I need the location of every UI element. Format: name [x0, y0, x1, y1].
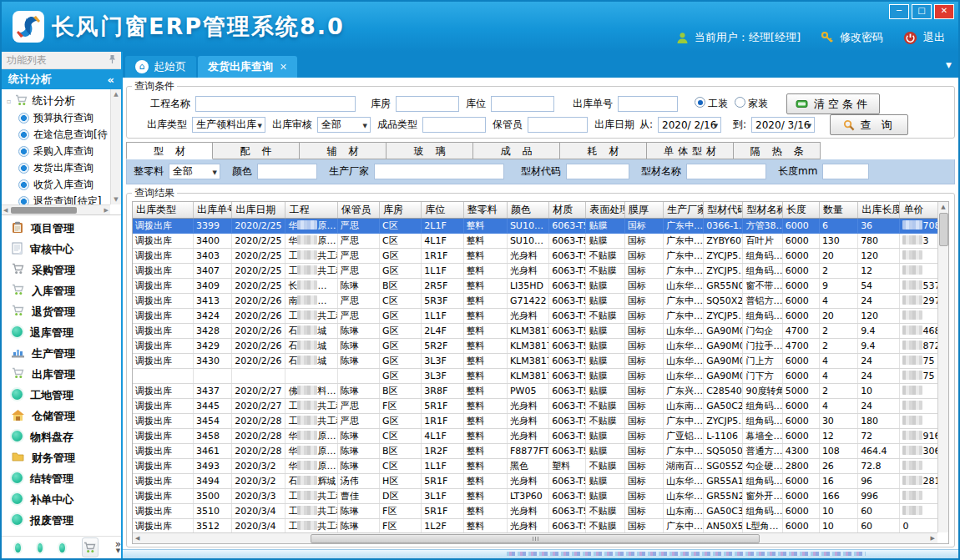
more-modules-button[interactable]: »▼ — [115, 541, 121, 554]
out-type-select[interactable]: 生产领料出库 — [192, 117, 265, 133]
tree-item[interactable]: 在途信息查询[待 — [7, 126, 121, 143]
sidebar-menu-item[interactable]: 报废管理 — [2, 510, 121, 531]
maximize-button[interactable]: □ — [912, 4, 932, 19]
sidebar-menu-item[interactable]: 审核中心 — [2, 239, 121, 260]
sidebar-menu-item[interactable]: 工地管理 — [2, 385, 121, 406]
search-button[interactable]: 查 询 — [830, 114, 908, 135]
table-row[interactable]: 调拨出库35002020/3/3工共工程曹佳D区3L1F整料LT3P606063… — [133, 489, 937, 504]
material-tab[interactable]: 型材 — [126, 142, 213, 159]
sidebar-menu-item[interactable]: 退货管理 — [2, 301, 121, 322]
keeper-input[interactable] — [528, 117, 588, 133]
close-button[interactable]: ✕ — [934, 4, 954, 19]
table-row[interactable]: 调拨出库34452020/2/27工共工程严思F区5R1F整料光身料6063-T… — [133, 399, 937, 414]
table-row[interactable]: 调拨出库34302020/2/26石城陈琳G区3L3F整料KLM38176063… — [133, 354, 937, 369]
table-row[interactable]: 调拨出库34032020/2/25工共工程严思G区1R1F整料光身料6063-T… — [133, 249, 937, 264]
module-dot-icon[interactable] — [59, 543, 65, 552]
material-tab[interactable]: 单体型材 — [647, 142, 734, 159]
radio-jiazhuang[interactable] — [735, 97, 745, 108]
cart-module-button[interactable] — [82, 537, 99, 557]
sidebar-section-header[interactable]: 统计分析 « — [2, 69, 121, 89]
column-header[interactable]: 型材代码 — [704, 202, 743, 219]
scrollbar-thumb[interactable] — [939, 213, 948, 246]
table-row[interactable]: 调拨出库35122020/3/4工共工程陈琳F区1L2F整料光身料6063-T5… — [133, 519, 937, 533]
column-header[interactable]: 出库长度 — [858, 202, 900, 219]
sidebar-menu-item[interactable]: 结转管理 — [2, 468, 121, 489]
table-row[interactable]: 调拨出库33992020/2/25华原…严思C区2L1F整料SU10…6063-… — [133, 219, 937, 234]
product-type-input[interactable] — [422, 117, 486, 133]
table-row[interactable]: 调拨出库34072020/2/25工共工程严思G区1L1F整料光身料6063-T… — [133, 264, 937, 279]
column-header[interactable]: 出库类型 — [133, 202, 193, 219]
sidebar-menu-item[interactable]: 项目管理 — [2, 218, 121, 239]
column-header[interactable]: 颜色 — [507, 202, 548, 219]
column-header[interactable]: 工程 — [285, 202, 337, 219]
material-tab[interactable]: 辅材 — [300, 142, 387, 159]
table-row[interactable]: 调拨出库34542020/2/28工共工程严思G区1R1F整料光身料6063-T… — [133, 414, 937, 429]
change-password-link[interactable]: 修改密码 — [840, 30, 883, 45]
pin-icon[interactable] — [109, 54, 116, 67]
table-row[interactable]: 调拨出库34932020/3/2华原…陈琳C区1L1F整料黑色塑料不贴膜国标湖南… — [133, 459, 937, 474]
sidebar-menu-item[interactable]: 生产管理 — [2, 343, 121, 364]
tree-item[interactable]: 采购入库查询 — [7, 143, 121, 159]
expander-icon[interactable]: ▫ — [7, 98, 11, 105]
location-input[interactable] — [491, 96, 554, 112]
table-row[interactable]: 调拨出库34132020/2/26南…严思C区5R3F整料G714226063-… — [133, 294, 937, 309]
sidebar-menu-item[interactable]: 财务管理 — [2, 447, 121, 468]
module-dot-icon[interactable] — [38, 543, 43, 552]
tree-root[interactable]: ▫统计分析 — [7, 93, 121, 109]
table-row[interactable]: 调拨出库34942020/3/2石辉城汤伟H区5R1F整料光身料6063-T5贴… — [133, 474, 937, 489]
profile-code-input[interactable] — [566, 164, 629, 179]
material-tab[interactable]: 隔热条 — [734, 142, 821, 159]
tree-item[interactable]: 发货出库查询 — [7, 159, 121, 176]
table-row[interactable]: 调拨出库34612020/2/28华原…陈琳B区1R2F整料F8877FT606… — [133, 444, 937, 459]
table-row[interactable]: 调拨出库34242020/2/26工共工程严思G区1L1F整料光身料6063-T… — [133, 309, 937, 324]
sidebar-menu-item[interactable]: 入库管理 — [2, 280, 121, 301]
sidebar-menu-item[interactable]: 补单中心 — [2, 489, 121, 510]
tree-vertical-scrollbar[interactable]: ▲▼ — [110, 89, 121, 204]
grid-vertical-scrollbar[interactable]: ▲ — [937, 202, 948, 532]
column-header[interactable]: 材质 — [549, 202, 586, 219]
date-to-picker[interactable]: 2020/ 3/16 — [751, 117, 815, 133]
close-tab-icon[interactable]: ✕ — [280, 62, 287, 73]
table-row[interactable]: 调拨出库34372020/2/27佛料…陈琳B区3R8F整料PW056063-T… — [133, 384, 937, 399]
material-tab[interactable]: 配件 — [213, 142, 300, 159]
column-header[interactable]: 库位 — [422, 202, 463, 219]
date-from-picker[interactable]: 2020/ 2/16 — [658, 117, 721, 133]
tree-horizontal-scrollbar[interactable]: ◀▶ — [2, 204, 110, 214]
grid-horizontal-scrollbar[interactable]: ◀ ▶ — [133, 532, 937, 543]
manufacturer-input[interactable] — [374, 164, 504, 179]
module-dot-icon[interactable] — [15, 543, 21, 552]
tab-active[interactable]: 发货出库查询✕ — [198, 56, 297, 78]
tab-list-caret-icon[interactable]: ▼ — [946, 61, 952, 69]
table-row[interactable]: 调拨出库34282020/2/26石城陈琳G区2L4F整料KLM38176063… — [133, 324, 937, 339]
table-row[interactable]: 调拨出库34292020/2/26石城陈琳G区5R2F整料KLM38176063… — [133, 339, 937, 354]
material-tab[interactable]: 玻璃 — [387, 142, 473, 159]
clear-conditions-button[interactable]: 清空条件 — [786, 93, 880, 114]
column-header[interactable]: 出库单号 — [193, 202, 231, 219]
sidebar-menu-item[interactable]: 仓储管理 — [2, 406, 121, 426]
tab-home[interactable]: ⌂起始页 — [125, 56, 196, 78]
column-header[interactable]: 数量 — [819, 202, 857, 219]
table-row[interactable]: 调拨出库34092020/2/25长…陈琳B区2R5F整料LI35HD6063-… — [133, 279, 937, 294]
tree-item[interactable]: 收货入库查询 — [7, 176, 121, 193]
column-header[interactable]: 生产厂家 — [663, 202, 703, 219]
radio-gongzhuang[interactable] — [695, 97, 705, 108]
order-no-input[interactable] — [618, 96, 678, 112]
table-row[interactable]: 调拨出库34002020/2/25华原…严思C区4L1F整料SU10…6063-… — [133, 234, 937, 249]
column-header[interactable]: 整零料 — [463, 202, 507, 219]
material-tab[interactable]: 成品 — [473, 142, 560, 159]
table-row[interactable]: 调拨出库35102020/3/4工共工程陈琳F区5R1F整料光身料6063-T5… — [133, 504, 937, 519]
color-input[interactable] — [257, 164, 317, 179]
project-name-input[interactable] — [195, 96, 356, 112]
warehouse-input[interactable] — [396, 96, 459, 112]
column-header[interactable]: 出库日期 — [232, 202, 285, 219]
column-header[interactable]: 长度 — [782, 202, 819, 219]
column-header[interactable]: 单价 — [900, 202, 937, 219]
scrollbar-thumb[interactable] — [11, 207, 76, 214]
audit-select[interactable]: 全部 — [317, 117, 371, 133]
sidebar-menu-item[interactable]: 退库管理 — [2, 322, 121, 343]
column-header[interactable]: 型材名称 — [743, 202, 782, 219]
column-header[interactable]: 表面处理 — [586, 202, 624, 219]
column-header[interactable]: 保管员 — [337, 202, 379, 219]
scrollbar-thumb[interactable] — [311, 534, 760, 543]
sidebar-menu-item[interactable]: 物料盘存 — [2, 426, 121, 447]
